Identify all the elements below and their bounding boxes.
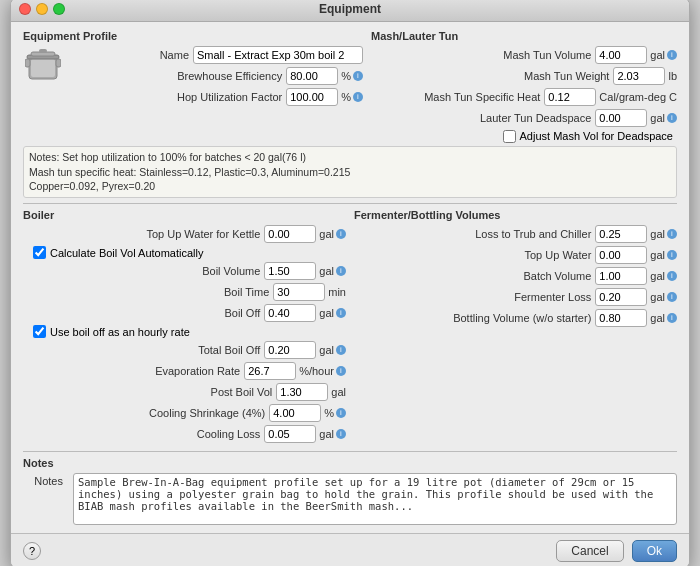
traffic-lights: [19, 3, 65, 15]
evap-rate-unit: %/hour: [299, 365, 334, 377]
name-input[interactable]: [193, 46, 363, 64]
name-row: Name: [69, 46, 363, 64]
post-boil-input[interactable]: [276, 383, 328, 401]
notes-line-3: Copper=0.092, Pyrex=0.20: [29, 179, 671, 194]
evap-rate-info-icon[interactable]: i: [336, 366, 346, 376]
total-boil-off-input[interactable]: [264, 341, 316, 359]
calc-boil-checkbox[interactable]: [33, 246, 46, 259]
batch-volume-input[interactable]: [595, 267, 647, 285]
loss-trub-info-icon[interactable]: i: [667, 229, 677, 239]
efficiency-row: Brewhouse Efficiency % i: [69, 67, 363, 85]
lauter-deadspace-info-icon[interactable]: i: [667, 113, 677, 123]
topup-water-info-icon[interactable]: i: [667, 250, 677, 260]
adjust-mash-row: Adjust Mash Vol for Deadspace: [371, 130, 677, 143]
cooling-loss-unit: gal: [319, 428, 334, 440]
profile-row: Name Brewhouse Efficiency % i Hop Ut: [23, 46, 363, 109]
footer-buttons: Cancel Ok: [556, 540, 677, 562]
svg-rect-5: [25, 59, 30, 67]
boil-time-label: Boil Time: [139, 286, 269, 298]
post-boil-row: Post Boil Vol gal: [23, 383, 346, 401]
cooling-loss-input[interactable]: [264, 425, 316, 443]
efficiency-input[interactable]: [286, 67, 338, 85]
topup-kettle-label: Top Up Water for Kettle: [130, 228, 260, 240]
maximize-button[interactable]: [53, 3, 65, 15]
mash-volume-label: Mash Tun Volume: [461, 49, 591, 61]
boiler-section: Boiler Top Up Water for Kettle gal i Cal…: [23, 209, 346, 446]
equipment-profile-section: Equipment Profile: [23, 30, 363, 146]
cooling-shrink-unit: %: [324, 407, 334, 419]
boil-volume-row: Boil Volume gal i: [23, 262, 346, 280]
boiler-header: Boiler: [23, 209, 346, 221]
topup-water-input[interactable]: [595, 246, 647, 264]
boil-time-input[interactable]: [273, 283, 325, 301]
hop-label: Hop Utilization Factor: [162, 91, 282, 103]
main-content: Equipment Profile: [11, 22, 689, 533]
ferm-loss-info-icon[interactable]: i: [667, 292, 677, 302]
topup-kettle-row: Top Up Water for Kettle gal i: [23, 225, 346, 243]
cooling-shrink-info-icon[interactable]: i: [336, 408, 346, 418]
notes-section-header: Notes: [23, 457, 677, 469]
mash-volume-input[interactable]: [595, 46, 647, 64]
hourly-rate-checkbox[interactable]: [33, 325, 46, 338]
hop-input[interactable]: [286, 88, 338, 106]
boil-off-input[interactable]: [264, 304, 316, 322]
notes-textarea[interactable]: Sample Brew-In-A-Bag equipment profile s…: [73, 473, 677, 525]
help-button[interactable]: ?: [23, 542, 41, 560]
footer: ? Cancel Ok: [11, 533, 689, 566]
cooling-loss-label: Cooling Loss: [130, 428, 260, 440]
bottle-volume-info-icon[interactable]: i: [667, 313, 677, 323]
boil-off-unit: gal: [319, 307, 334, 319]
svg-rect-6: [56, 59, 61, 67]
notes-section: Notes Notes Sample Brew-In-A-Bag equipme…: [23, 457, 677, 525]
post-boil-label: Post Boil Vol: [142, 386, 272, 398]
notes-line-2: Mash tun specific heat: Stainless=0.12, …: [29, 165, 671, 180]
mash-volume-row: Mash Tun Volume gal i: [371, 46, 677, 64]
batch-volume-info-icon[interactable]: i: [667, 271, 677, 281]
profile-fields: Name Brewhouse Efficiency % i Hop Ut: [69, 46, 363, 109]
hop-info-icon[interactable]: i: [353, 92, 363, 102]
cooling-loss-info-icon[interactable]: i: [336, 429, 346, 439]
adjust-mash-checkbox[interactable]: [503, 130, 516, 143]
boil-volume-info-icon[interactable]: i: [336, 266, 346, 276]
topup-kettle-input[interactable]: [264, 225, 316, 243]
fermenter-section: Fermenter/Bottling Volumes Loss to Trub …: [354, 209, 677, 446]
mash-heat-unit: Cal/gram-deg C: [599, 91, 677, 103]
boil-off-label: Boil Off: [130, 307, 260, 319]
boil-off-info-icon[interactable]: i: [336, 308, 346, 318]
hop-row: Hop Utilization Factor % i: [69, 88, 363, 106]
cooling-shrink-input[interactable]: [269, 404, 321, 422]
close-button[interactable]: [19, 3, 31, 15]
ferm-loss-row: Fermenter Loss gal i: [354, 288, 677, 306]
evap-rate-input[interactable]: [244, 362, 296, 380]
topup-kettle-info-icon[interactable]: i: [336, 229, 346, 239]
lauter-deadspace-row: Lauter Tun Deadspace gal i: [371, 109, 677, 127]
minimize-button[interactable]: [36, 3, 48, 15]
mash-volume-info-icon[interactable]: i: [667, 50, 677, 60]
window-title: Equipment: [319, 2, 381, 16]
notes-line-1: Notes: Set hop utilization to 100% for b…: [29, 150, 671, 165]
efficiency-info-icon[interactable]: i: [353, 71, 363, 81]
adjust-mash-label: Adjust Mash Vol for Deadspace: [520, 130, 673, 142]
loss-trub-row: Loss to Trub and Chiller gal i: [354, 225, 677, 243]
cancel-button[interactable]: Cancel: [556, 540, 623, 562]
mash-heat-input[interactable]: [544, 88, 596, 106]
top-section: Equipment Profile: [23, 30, 677, 146]
mash-weight-input[interactable]: [613, 67, 665, 85]
name-label: Name: [69, 49, 189, 61]
total-boil-off-info-icon[interactable]: i: [336, 345, 346, 355]
ferm-loss-input[interactable]: [595, 288, 647, 306]
bottle-volume-input[interactable]: [595, 309, 647, 327]
loss-trub-unit: gal: [650, 228, 665, 240]
lauter-deadspace-label: Lauter Tun Deadspace: [461, 112, 591, 124]
boil-volume-label: Boil Volume: [130, 265, 260, 277]
cooling-shrink-label: Cooling Shrinkage (4%): [135, 407, 265, 419]
lauter-deadspace-input[interactable]: [595, 109, 647, 127]
hourly-rate-label: Use boil off as an hourly rate: [50, 326, 190, 338]
boil-volume-input[interactable]: [264, 262, 316, 280]
loss-trub-input[interactable]: [595, 225, 647, 243]
evap-rate-row: Evaporation Rate %/hour i: [23, 362, 346, 380]
ok-button[interactable]: Ok: [632, 540, 677, 562]
batch-volume-label: Batch Volume: [451, 270, 591, 282]
mash-weight-unit: lb: [668, 70, 677, 82]
total-boil-off-label: Total Boil Off: [130, 344, 260, 356]
